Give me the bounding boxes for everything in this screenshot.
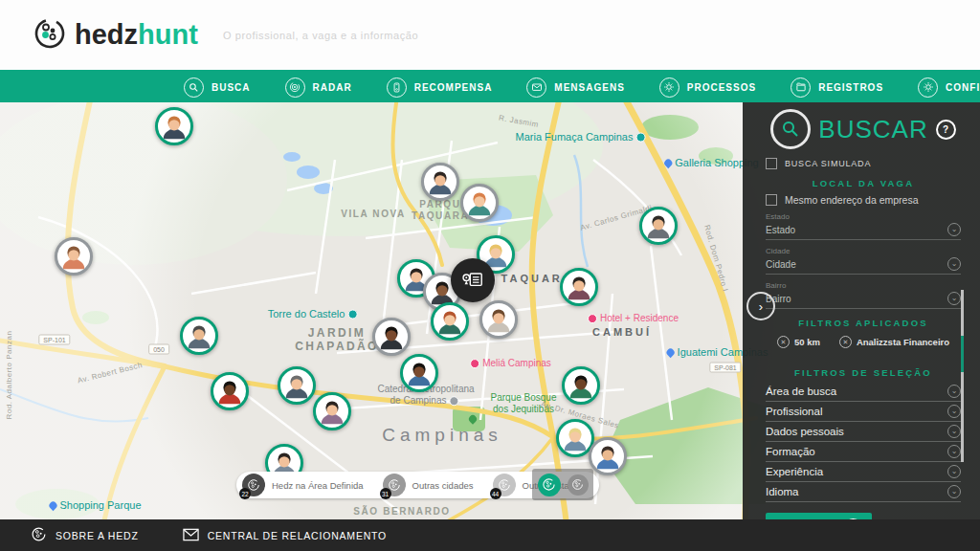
chevron-down-icon[interactable]: ⌄ [947,485,961,498]
dot-pink-icon [470,359,479,368]
filter-group-profissional[interactable]: Profissional ⌄ [766,402,961,422]
nav-item-registros[interactable]: REGISTROS [791,77,883,98]
chevron-down-icon[interactable]: ⌄ [947,405,961,418]
candidate-marker[interactable] [479,300,518,339]
candidate-marker[interactable] [460,184,499,222]
checkbox-box[interactable] [766,158,777,169]
map-label: SÃO BERNARDO [353,506,450,518]
footer-central-relacionamento[interactable]: CENTRAL DE RELACIONAMENTO [183,528,387,543]
filter-group-area-de-busca[interactable]: Área de busca ⌄ [766,382,961,402]
sidebar-scrollbar[interactable] [961,290,964,462]
gear-icon [659,77,679,98]
pin-green-icon [467,414,478,425]
candidate-marker[interactable] [560,268,598,306]
nav-item-busca[interactable]: BUSCA [184,77,251,98]
road-shield: 050 [148,344,169,355]
legend-item-area[interactable]: 22 Hedz na Área Definida [242,474,364,496]
toggle-hedz-off-button[interactable] [568,474,589,496]
select-cidade[interactable]: Cidade Cidade ⌄ [766,247,961,275]
dot-pink-icon [588,314,597,323]
nav-item-processos[interactable]: PROCESSOS [659,77,756,98]
nav-item-radar[interactable]: RADAR [285,77,352,98]
chevron-down-icon[interactable]: ⌄ [947,425,961,438]
candidate-marker[interactable] [421,163,459,201]
hedzhunt-logo[interactable]: hedzhunt [33,16,198,55]
candidate-marker[interactable] [155,107,193,145]
envelope-icon [526,77,546,98]
filter-group-formacao[interactable]: Formação ⌄ [766,442,961,462]
map-label: Torre do Castelo [268,308,361,320]
logo-word-hedz: hedz [75,19,138,50]
map-label: Av. Robert Bosch [77,361,144,386]
remove-filter-icon[interactable]: ✕ [839,336,852,348]
search-area-marker[interactable] [451,258,495,302]
poi-gray-icon [449,396,458,406]
candidate-marker[interactable] [278,366,316,405]
chevron-down-icon[interactable]: ⌄ [947,465,961,478]
app-header: hedzhunt O profissional, a vaga e a info… [0,0,980,72]
map-label: Shopping Parque [46,499,141,512]
hedz-marker-icon: 31 [383,474,406,496]
app-footer: SOBRE A HEDZ CENTRAL DE RELACIONAMENTO [0,519,980,551]
map-label: Hotel + Residence [585,313,679,324]
chevron-down-icon[interactable]: ⌄ [947,257,961,271]
reward-icon [387,77,407,98]
pin-blue-icon [665,347,676,358]
main-nav: BUSCA RADAR RECOMPENSA MENSAGENS [0,72,980,102]
map-label: CAMBUÍ [592,326,652,339]
map-label: Maria Fumaça Campinas [516,131,649,143]
pin-blue-icon [48,500,58,511]
tagline: O profissional, a vaga e a informação [223,30,418,41]
candidate-marker[interactable] [211,372,249,410]
checkbox-busca-simulada[interactable]: BUSCA SIMULADA [766,158,961,169]
marker-toggle-group [532,469,593,500]
chevron-down-icon[interactable]: ⌄ [947,292,961,305]
select-estado[interactable]: Estado Estado ⌄ [766,212,961,240]
select-bairro[interactable]: Bairro Bairro ⌄ [766,281,961,309]
folder-icon [791,77,811,98]
map-label [466,413,479,425]
toggle-hedz-on-button[interactable] [538,474,561,496]
map-label: Parque Bosque dos Jequitibás [491,392,557,415]
checkbox-box[interactable] [766,194,777,206]
remove-filter-icon[interactable]: ✕ [777,336,790,348]
dot-teal-icon [347,310,357,320]
applied-filter-radius[interactable]: ✕ 50 km [777,336,820,348]
checkbox-mesmo-endereco[interactable]: Mesmo endereço da empresa [766,194,961,206]
legend-count-badge: 22 [239,488,251,499]
filter-group-idioma[interactable]: Idioma ⌄ [766,482,961,502]
envelope-icon [183,528,199,543]
applied-filter-cargo[interactable]: ✕ Analizzsta Financeiro [839,336,949,348]
scrollbar-thumb[interactable] [961,336,964,372]
candidate-marker[interactable] [589,437,627,475]
filter-group-experiencia[interactable]: Experiência ⌄ [766,462,961,482]
nav-item-recompensa[interactable]: RECOMPENSA [387,77,493,98]
legend-count-badge: 31 [380,488,391,499]
hedz-marker-icon: 44 [493,474,516,496]
candidate-marker[interactable] [639,207,678,245]
hedz-logo-icon [31,526,47,544]
map-label: VILA NOVA [341,209,406,220]
logo-word-hunt: hunt [138,19,198,50]
candidate-marker[interactable] [55,237,93,276]
sidebar-help-button[interactable]: ? [936,120,956,140]
chevron-down-icon[interactable]: ⌄ [947,385,961,398]
candidate-marker[interactable] [400,354,438,392]
nav-item-configuracoes[interactable]: CONFIGURAÇÕES [918,77,980,98]
legend-count-badge: 44 [490,488,501,499]
candidate-marker[interactable] [313,392,351,430]
filter-accordion: Área de busca ⌄ Profissional ⌄ Dados pes… [766,382,961,502]
chevron-down-icon[interactable]: ⌄ [947,223,961,236]
candidate-marker[interactable] [372,318,411,356]
candidate-marker[interactable] [431,302,469,341]
candidate-marker[interactable] [562,366,600,405]
filter-group-dados-pessoais[interactable]: Dados pessoais ⌄ [766,422,961,442]
legend-item-outras-cidades[interactable]: 31 Outras cidades [383,474,474,496]
candidate-marker[interactable] [180,317,218,355]
pin-blue-icon [663,158,674,168]
nav-item-mensagens[interactable]: MENSAGENS [526,77,624,98]
chevron-down-icon[interactable]: ⌄ [947,445,961,458]
collapse-sidebar-button[interactable]: › [746,292,775,320]
dot-teal-icon [635,133,645,143]
footer-sobre-a-hedz[interactable]: SOBRE A HEDZ [31,526,139,544]
